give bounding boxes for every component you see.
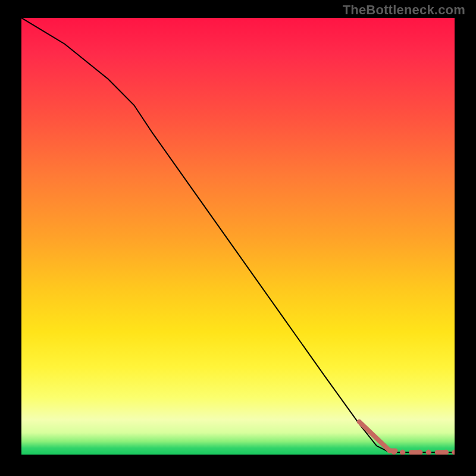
chart-overlay [21, 18, 455, 455]
svg-point-3 [400, 450, 405, 455]
curve-line [21, 18, 455, 452]
svg-point-8 [443, 450, 448, 455]
plot-area [21, 18, 455, 455]
svg-point-9 [452, 450, 455, 455]
tail-marker-group [359, 422, 455, 455]
watermark-text: TheBottleneck.com [343, 2, 465, 18]
chart-frame: TheBottleneck.com [0, 0, 476, 476]
svg-line-0 [359, 422, 390, 450]
svg-point-5 [418, 450, 422, 455]
svg-point-2 [392, 449, 396, 454]
svg-point-6 [426, 450, 431, 455]
